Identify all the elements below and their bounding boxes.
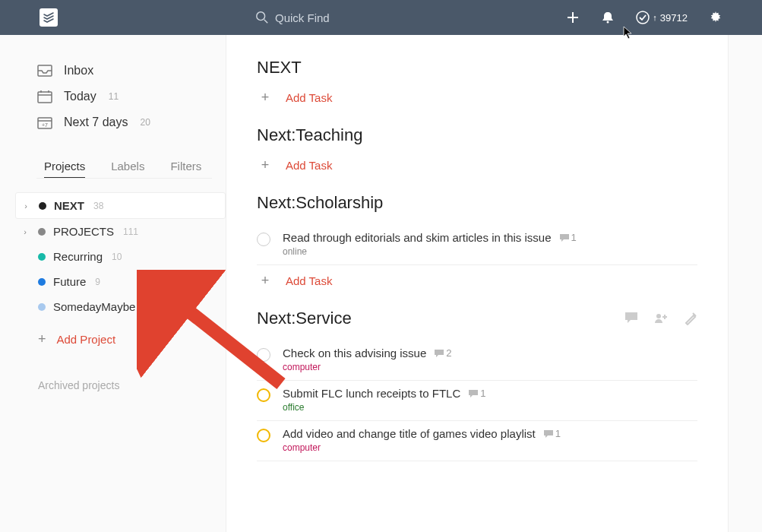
add-task-button[interactable]: +Add Task <box>257 90 697 106</box>
section: Next:Teaching+Add Task <box>257 125 697 173</box>
svg-text:+7: +7 <box>42 122 48 128</box>
karma-display[interactable]: ↑ 39712 <box>636 11 688 24</box>
task-comment-count[interactable]: 1 <box>468 388 485 399</box>
comment-icon[interactable] <box>624 312 638 325</box>
project-name: Recurring <box>53 250 103 263</box>
task-checkbox[interactable] <box>257 388 270 402</box>
karma-icon <box>636 11 650 24</box>
project-name: PROJECTS <box>53 225 114 238</box>
project-item[interactable]: SomedayMaybe34 <box>15 294 226 319</box>
task-checkbox[interactable] <box>257 348 270 362</box>
settings-icon[interactable] <box>709 11 722 24</box>
add-task-button[interactable]: +Add Task <box>257 157 697 173</box>
today-icon <box>36 90 53 103</box>
plus-icon: + <box>38 331 46 347</box>
section-title: Next:Scholarship <box>257 193 697 213</box>
nav-label: Today <box>64 90 96 103</box>
task-tag[interactable]: online <box>283 246 697 257</box>
task-checkbox[interactable] <box>257 429 270 442</box>
task-title: Add video and change title of games vide… <box>283 427 536 440</box>
svg-point-0 <box>257 12 265 21</box>
project-item[interactable]: Future9 <box>15 269 226 294</box>
project-list: ›NEXT38›PROJECTS111Recurring10Future9Som… <box>0 192 226 319</box>
task-tag[interactable]: computer <box>283 362 697 372</box>
task-comment-count[interactable]: 1 <box>543 428 561 439</box>
project-count: 38 <box>93 201 103 211</box>
add-project-button[interactable]: + Add Project <box>0 331 226 347</box>
task-tag[interactable]: computer <box>283 442 697 453</box>
nav-next7[interactable]: +7 Next 7 days 20 <box>0 109 226 135</box>
task-title: Read through editorials and skim article… <box>283 231 552 244</box>
tab-labels[interactable]: Labels <box>111 160 144 178</box>
task-item[interactable]: Read through editorials and skim article… <box>257 225 697 265</box>
project-item[interactable]: ›PROJECTS111 <box>15 219 226 244</box>
svg-point-15 <box>656 314 661 318</box>
project-count: 111 <box>123 226 138 237</box>
project-name: Future <box>53 275 86 288</box>
project-color-dot <box>38 278 46 286</box>
task-comment-count[interactable]: 2 <box>434 347 451 359</box>
search-icon <box>255 11 269 24</box>
nav-inbox[interactable]: Inbox <box>0 58 226 84</box>
archived-projects-link[interactable]: Archived projects <box>0 379 226 391</box>
add-task-label: Add Task <box>286 91 332 104</box>
plus-icon: + <box>258 90 272 106</box>
chevron-right-icon[interactable]: › <box>21 201 31 211</box>
project-item[interactable]: ›NEXT38 <box>15 192 226 219</box>
add-project-label: Add Project <box>57 333 116 346</box>
task-title: Check on this advising issue <box>283 347 426 359</box>
main-content: NEXT+Add TaskNext:Teaching+Add TaskNext:… <box>226 35 729 532</box>
plus-icon: + <box>258 157 272 173</box>
task-item[interactable]: Add video and change title of games vide… <box>257 421 697 461</box>
tools-icon[interactable] <box>684 312 697 325</box>
task-tag[interactable]: office <box>283 402 697 413</box>
chevron-right-icon[interactable]: › <box>20 227 30 236</box>
nav-today[interactable]: Today 11 <box>0 84 226 109</box>
notifications-icon[interactable] <box>601 11 615 24</box>
nav-count: 11 <box>109 91 119 102</box>
task-comment-count[interactable]: 1 <box>559 232 577 243</box>
svg-point-4 <box>607 21 609 24</box>
nav-label: Next 7 days <box>64 116 128 129</box>
add-task-button[interactable]: +Add Task <box>257 273 697 289</box>
svg-rect-8 <box>38 92 52 103</box>
task-title: Submit FLC lunch receipts to FTLC <box>283 387 460 400</box>
section-title: Next:Service <box>257 309 697 328</box>
sidebar: Inbox Today 11 +7 Next 7 days 20 Project… <box>0 35 226 532</box>
task-item[interactable]: Check on this advising issue2computer <box>257 340 697 381</box>
project-name: NEXT <box>54 199 84 212</box>
tab-projects[interactable]: Projects <box>44 160 85 178</box>
section-title: NEXT <box>257 58 697 78</box>
search-input[interactable] <box>275 11 427 24</box>
section: NEXT+Add Task <box>257 58 697 106</box>
sidebar-tabs: Projects Labels Filters <box>0 144 226 178</box>
search-field[interactable] <box>255 11 427 24</box>
project-name: SomedayMaybe <box>53 300 135 313</box>
tab-filters[interactable]: Filters <box>170 160 201 178</box>
svg-point-5 <box>637 11 649 24</box>
project-item[interactable]: Recurring10 <box>15 244 226 269</box>
share-icon[interactable] <box>653 312 669 325</box>
app-logo[interactable] <box>40 8 58 27</box>
nav-label: Inbox <box>64 64 93 78</box>
project-count: 9 <box>95 277 100 287</box>
project-count: 10 <box>112 252 122 262</box>
add-task-label: Add Task <box>286 274 332 287</box>
task-checkbox[interactable] <box>257 233 270 246</box>
project-color-dot <box>38 228 46 236</box>
plus-icon: + <box>258 273 272 289</box>
project-color-dot <box>38 253 46 261</box>
nav-count: 20 <box>140 117 150 128</box>
section: Next:ScholarshipRead through editorials … <box>257 193 697 289</box>
project-color-dot <box>38 303 46 311</box>
task-item[interactable]: Submit FLC lunch receipts to FTLC1office <box>257 381 697 421</box>
add-task-icon[interactable] <box>566 11 580 24</box>
inbox-icon <box>36 65 53 77</box>
karma-value: 39712 <box>660 12 688 24</box>
svg-line-1 <box>264 20 268 24</box>
add-task-label: Add Task <box>286 159 332 172</box>
project-color-dot <box>39 202 46 210</box>
project-count: 34 <box>144 302 154 312</box>
section-actions <box>624 312 697 325</box>
karma-up-icon: ↑ <box>653 13 657 22</box>
